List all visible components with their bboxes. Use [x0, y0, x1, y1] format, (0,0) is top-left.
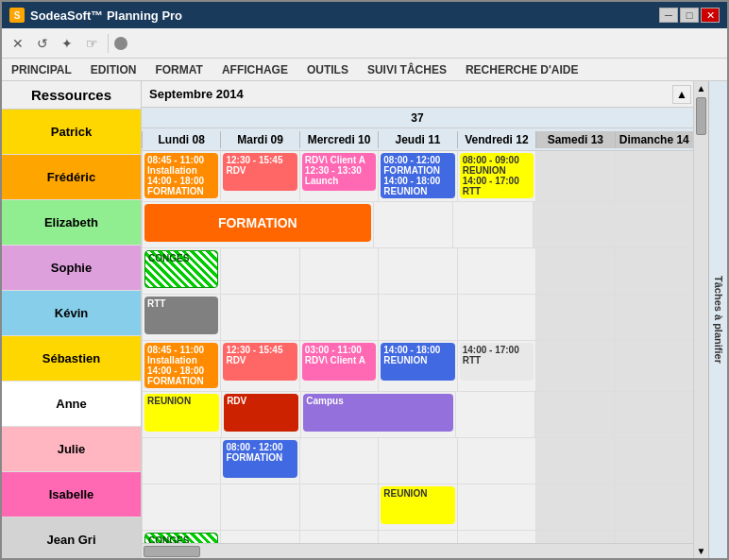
- cal-cell-5-0[interactable]: REUNION: [142, 392, 221, 437]
- cal-cell-0-2[interactable]: RDV\ Client A 12:30 - 13:30 Launch: [299, 151, 378, 201]
- cal-cell-8-1[interactable]: [220, 531, 298, 543]
- h-scroll-thumb[interactable]: [144, 546, 200, 557]
- scroll-up-button[interactable]: ▲: [672, 85, 691, 104]
- close-icon[interactable]: ✕: [8, 33, 28, 54]
- cal-cell-7-2[interactable]: [299, 484, 378, 530]
- scroll-thumb[interactable]: [696, 97, 706, 135]
- cal-cell-6-4[interactable]: [457, 438, 535, 484]
- frederic-empty-6[interactable]: [613, 202, 693, 247]
- event-5-2[interactable]: Campus: [303, 394, 452, 432]
- horizontal-scrollbar[interactable]: [142, 543, 693, 558]
- cal-cell-7-3[interactable]: REUNION: [378, 484, 456, 530]
- cal-cell-3-5[interactable]: [535, 295, 614, 340]
- cal-cell-2-3[interactable]: [378, 248, 456, 294]
- cal-cell-0-4[interactable]: 08:00 - 09:00 REUNION 14:00 - 17:00 RTT: [457, 151, 535, 201]
- event-0-0[interactable]: 08:45 - 11:00 Installation 14:00 - 18:00…: [144, 153, 218, 198]
- cal-cell-4-3[interactable]: 14:00 - 18:00 REUNION: [378, 341, 456, 391]
- frederic-empty-5[interactable]: [533, 202, 613, 247]
- cal-cell-5-4[interactable]: [455, 392, 534, 437]
- cal-cell-3-3[interactable]: [378, 295, 456, 340]
- cal-cell-6-6[interactable]: [615, 438, 693, 484]
- event-5-1[interactable]: RDV: [224, 394, 298, 432]
- cal-cell-3-4[interactable]: [457, 295, 535, 340]
- cal-cell-7-6[interactable]: [615, 484, 693, 530]
- resource-item-patrick[interactable]: Patrick: [2, 110, 141, 155]
- cal-cell-6-2[interactable]: [299, 438, 378, 484]
- cal-cell-0-3[interactable]: 08:00 - 12:00 FORMATION 14:00 - 18:00 RE…: [378, 151, 456, 201]
- star-icon[interactable]: ✦: [57, 33, 77, 54]
- taches-panel[interactable]: Tâches à planifier: [708, 81, 727, 558]
- resource-item-frédéric[interactable]: Frédéric: [2, 155, 141, 200]
- resource-item-elizabeth[interactable]: Elizabeth: [2, 200, 141, 246]
- cal-cell-3-0[interactable]: RTT: [142, 295, 220, 340]
- cal-cell-2-5[interactable]: [535, 248, 614, 294]
- event-8-0[interactable]: CONGES: [144, 533, 218, 543]
- event-4-1[interactable]: 12:30 - 15:45 RDV: [223, 343, 297, 381]
- maximize-button[interactable]: □: [680, 8, 699, 23]
- vertical-scrollbar[interactable]: ▲ ▼: [693, 81, 708, 558]
- cal-cell-0-1[interactable]: 12:30 - 15:45 RDV: [220, 151, 298, 201]
- cal-cell-7-4[interactable]: [457, 484, 535, 530]
- event-4-0[interactable]: 08:45 - 11:00 Installation 14:00 - 18:00…: [144, 343, 218, 388]
- cal-cell-5-5[interactable]: [534, 392, 614, 437]
- cal-cell-5-2[interactable]: Campus: [300, 392, 454, 437]
- cal-cell-8-6[interactable]: [615, 531, 693, 543]
- event-6-1[interactable]: 08:00 - 12:00 FORMATION: [223, 440, 297, 478]
- cal-cell-5-1[interactable]: RDV: [221, 392, 300, 437]
- event-7-3[interactable]: REUNION: [381, 486, 454, 524]
- event-0-2[interactable]: RDV\ Client A 12:30 - 13:30 Launch: [302, 153, 376, 191]
- frederic-formation-cell[interactable]: FORMATION: [142, 202, 373, 247]
- cal-cell-2-0[interactable]: CONGES: [142, 248, 220, 294]
- minimize-button[interactable]: ─: [659, 8, 678, 23]
- cal-cell-4-6[interactable]: [615, 341, 693, 391]
- cal-cell-7-5[interactable]: [535, 484, 614, 530]
- refresh-icon[interactable]: ↺: [32, 33, 53, 54]
- cal-cell-4-1[interactable]: 12:30 - 15:45 RDV: [220, 341, 298, 391]
- cal-cell-6-5[interactable]: [535, 438, 614, 484]
- event-0-4[interactable]: 08:00 - 09:00 REUNION 14:00 - 17:00 RTT: [460, 153, 534, 198]
- event-5-0[interactable]: REUNION: [144, 394, 219, 432]
- scroll-up-arrow[interactable]: ▲: [694, 81, 708, 95]
- menu-affichage[interactable]: AFFICHAGE: [212, 59, 297, 80]
- cal-cell-4-0[interactable]: 08:45 - 11:00 Installation 14:00 - 18:00…: [142, 341, 220, 391]
- resource-item-jean-gri[interactable]: Jean Gri: [2, 518, 141, 558]
- cal-cell-0-5[interactable]: [535, 151, 614, 201]
- event-0-1[interactable]: 12:30 - 15:45 RDV: [223, 153, 297, 191]
- cal-cell-7-1[interactable]: [220, 484, 298, 530]
- cal-cell-0-0[interactable]: 08:45 - 11:00 Installation 14:00 - 18:00…: [142, 151, 220, 201]
- cal-cell-4-5[interactable]: [535, 341, 614, 391]
- frederic-empty-3[interactable]: [373, 202, 453, 247]
- resource-item-isabelle[interactable]: Isabelle: [2, 472, 141, 518]
- cal-cell-8-3[interactable]: [378, 531, 456, 543]
- cal-cell-8-0[interactable]: CONGES: [142, 531, 220, 543]
- cal-cell-6-1[interactable]: 08:00 - 12:00 FORMATION: [220, 438, 298, 484]
- cal-cell-3-1[interactable]: [220, 295, 298, 340]
- frederic-empty-4[interactable]: [452, 202, 533, 247]
- event-0-3[interactable]: 08:00 - 12:00 FORMATION 14:00 - 18:00 RE…: [381, 153, 454, 198]
- cal-cell-5-6[interactable]: [614, 392, 693, 437]
- event-4-2[interactable]: 03:00 - 11:00 RDV\ Client A: [302, 343, 376, 381]
- menu-outils[interactable]: OUTILS: [297, 59, 358, 80]
- event-2-0[interactable]: CONGES: [144, 250, 218, 288]
- cal-cell-3-6[interactable]: [615, 295, 693, 340]
- event-4-4[interactable]: 14:00 - 17:00 RTT: [460, 343, 534, 381]
- cal-cell-2-2[interactable]: [299, 248, 378, 294]
- calendar-body[interactable]: 08:45 - 11:00 Installation 14:00 - 18:00…: [142, 151, 693, 543]
- cal-cell-2-1[interactable]: [220, 248, 298, 294]
- event-4-3[interactable]: 14:00 - 18:00 REUNION: [381, 343, 454, 381]
- cal-cell-0-6[interactable]: [615, 151, 693, 201]
- resource-item-julie[interactable]: Julie: [2, 427, 141, 472]
- scroll-down-arrow[interactable]: ▼: [694, 544, 708, 558]
- frederic-formation-event[interactable]: FORMATION: [144, 204, 371, 242]
- menu-suivi-taches[interactable]: SUIVI TÂCHES: [358, 59, 456, 80]
- menu-format[interactable]: FORMAT: [145, 59, 212, 80]
- cal-cell-3-2[interactable]: [299, 295, 378, 340]
- cal-cell-4-4[interactable]: 14:00 - 17:00 RTT: [457, 341, 535, 391]
- event-3-0[interactable]: RTT: [144, 297, 218, 334]
- close-button[interactable]: ✕: [701, 8, 720, 23]
- cal-cell-6-3[interactable]: [378, 438, 456, 484]
- resource-item-kévin[interactable]: Kévin: [2, 291, 141, 336]
- cal-cell-7-0[interactable]: [142, 484, 220, 530]
- cal-cell-2-4[interactable]: [457, 248, 535, 294]
- cal-cell-4-2[interactable]: 03:00 - 11:00 RDV\ Client A: [299, 341, 378, 391]
